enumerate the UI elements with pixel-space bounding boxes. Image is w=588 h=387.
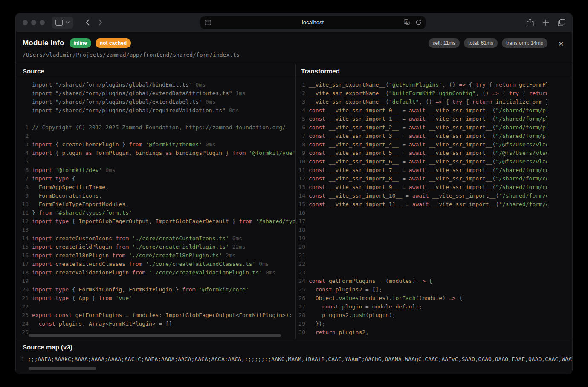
code-line: 3__vite_ssr_exportName__("default", () =…	[296, 98, 572, 106]
chevron-right-icon	[98, 19, 102, 26]
code-line: 9const __vite_ssr_import_5__ = await __v…	[296, 149, 572, 157]
forward-button[interactable]	[94, 17, 107, 29]
code-line: 8 FormAppSpecificTheme,	[16, 183, 295, 192]
code-line: 6import '@formkit/dev' 0ms	[16, 166, 295, 175]
address-bar[interactable]: localhost A	[200, 16, 426, 29]
sourcemap-title: Source map (v3)	[16, 343, 572, 355]
code-line: 14const __vite_ssr_import_10__ = await _…	[296, 192, 572, 200]
code-line: 2__vite_ssr_exportName__("buildFormKitPl…	[296, 89, 572, 98]
back-button[interactable]	[81, 17, 94, 29]
code-line: 9 FormDecoratorIcons,	[16, 192, 295, 200]
close-icon[interactable]: ×	[557, 39, 565, 48]
code-line: 19	[296, 234, 572, 243]
source-panel-title: Source	[16, 64, 295, 78]
code-line: 24const getFormPlugins = (modules) => {	[296, 277, 572, 285]
total-time-badge: total: 61ms	[464, 38, 498, 48]
code-line: 13	[16, 226, 295, 234]
code-line: 18import createValidationPlugin from './…	[16, 268, 295, 277]
code-panels: import "/shared/form/plugins/global/bind…	[16, 78, 572, 339]
module-info-header: Module Info inline not cached self: 11ms…	[16, 32, 572, 64]
code-line: 28 plugins2.push(plugin);	[296, 311, 572, 320]
code-line: 23	[296, 268, 572, 277]
inline-badge: inline	[70, 38, 91, 48]
transformed-code-panel[interactable]: 1__vite_ssr_exportName__("getFormPlugins…	[295, 78, 572, 339]
code-line: 16import createI18nPlugin from './core/c…	[16, 251, 295, 260]
window-controls	[23, 20, 45, 25]
svg-text:A: A	[405, 20, 407, 24]
code-line: 20	[296, 243, 572, 251]
code-line: 21	[296, 251, 572, 260]
code-line: 22	[296, 260, 572, 268]
chevron-down-icon	[66, 21, 70, 24]
code-line: 22	[16, 303, 295, 311]
zoom-window-button[interactable]	[40, 20, 45, 25]
code-line: 16	[296, 209, 572, 217]
code-line: 21import type { App } from 'vue'	[16, 294, 295, 303]
url-text: localhost	[200, 19, 426, 26]
code-line: 5	[16, 157, 295, 166]
code-line: import "/shared/form/plugins/global/exte…	[16, 89, 295, 98]
code-line: 7const __vite_ssr_import_3__ = await __v…	[296, 132, 572, 140]
code-line: 12import type { ImportGlobEagerOutput, I…	[16, 217, 295, 226]
chevron-left-icon	[86, 19, 90, 26]
close-window-button[interactable]	[23, 20, 28, 25]
source-horizontal-scrollbar[interactable]	[29, 334, 281, 337]
code-line: 29 });	[296, 320, 572, 328]
sidebar-icon	[55, 20, 63, 26]
tab-overview-icon[interactable]	[558, 19, 565, 26]
code-line: 10 FormFieldTypeImportModules,	[16, 200, 295, 209]
new-tab-icon[interactable]	[542, 19, 549, 26]
code-line: 12const __vite_ssr_import_8__ = await __…	[296, 175, 572, 183]
translate-icon[interactable]: A	[404, 19, 410, 26]
sourcemap-code: 1;;;AAEA;AAAkC;AAAA;AAAA;AAAA;AAClC;AAEA…	[16, 355, 572, 364]
code-line: import "/shared/form/plugins/global/exte…	[16, 98, 295, 106]
browser-window: localhost A	[15, 13, 573, 374]
code-line: 20import type { FormKitConfig, FormKitPl…	[16, 285, 295, 294]
sidebar-toggle-button[interactable]	[52, 17, 73, 29]
code-line: 30 return plugins2;	[296, 328, 572, 337]
module-path: /Users/vladimir/Projects/zammad/app/fron…	[23, 52, 565, 58]
code-line: 26 Object.values(modules).forEach((modul…	[296, 294, 572, 303]
code-line: 13const __vite_ssr_import_9__ = await __…	[296, 183, 572, 192]
self-time-badge: self: 11ms	[429, 38, 460, 48]
code-line: 7import type {	[16, 175, 295, 183]
sourcemap-section: Source map (v3) 1;;;AAEA;AAAkC;AAAA;AAAA…	[16, 339, 572, 374]
transformed-panel-title: Transformed	[295, 64, 572, 78]
minimize-window-button[interactable]	[31, 20, 36, 25]
browser-toolbar: localhost A	[16, 13, 572, 32]
not-cached-badge: not cached	[96, 38, 131, 48]
code-line: 4const __vite_ssr_import_0__ = await __v…	[296, 106, 572, 115]
code-line: 1__vite_ssr_exportName__("getFormPlugins…	[296, 81, 572, 89]
code-line: 19	[16, 277, 295, 285]
code-line: import "/shared/form/plugins/global/bind…	[16, 81, 295, 89]
source-code: import "/shared/form/plugins/global/bind…	[16, 81, 295, 337]
panel-headers: Source Transformed	[16, 64, 572, 78]
code-line: 2	[16, 132, 295, 140]
code-line: 24 const plugins: Array<FormKitPlugin> =…	[16, 320, 295, 328]
code-line: import "/shared/form/plugins/global/requ…	[16, 106, 295, 115]
code-line: 17import createTailwindClasses from './c…	[16, 260, 295, 268]
code-line: 18	[296, 226, 572, 234]
share-icon[interactable]	[527, 18, 534, 26]
page-title: Module Info	[23, 39, 64, 47]
address-bar-area: localhost A	[107, 16, 519, 29]
code-line: 27 const plugin = module.default;	[296, 303, 572, 311]
reload-icon[interactable]	[415, 19, 422, 26]
code-line: 1;;;AAEA;AAAkC;AAAA;AAAA;AAAA;AAClC;AAEA…	[16, 355, 572, 364]
toolbar-right-actions	[527, 18, 565, 26]
code-line: 15const __vite_ssr_import_11__ = await _…	[296, 200, 572, 209]
code-line: 14import createCustomIcons from './core/…	[16, 234, 295, 243]
code-line: 23export const getFormPlugins = (modules…	[16, 311, 295, 320]
sourcemap-horizontal-scrollbar[interactable]	[29, 367, 96, 370]
code-line: 6const __vite_ssr_import_2__ = await __v…	[296, 123, 572, 132]
code-line: 4import { plugin as formPlugin, bindings…	[16, 149, 295, 157]
code-line: 1// Copyright (C) 2012-2025 Zammad Found…	[16, 123, 295, 132]
source-code-panel[interactable]: import "/shared/form/plugins/global/bind…	[16, 78, 295, 339]
transformed-code: 1__vite_ssr_exportName__("getFormPlugins…	[296, 81, 572, 337]
code-line: 11const __vite_ssr_import_7__ = await __…	[296, 166, 572, 175]
code-line: 10const __vite_ssr_import_6__ = await __…	[296, 157, 572, 166]
transform-time-badge: transform: 14ms	[502, 38, 547, 48]
desktop-background: localhost A	[0, 0, 588, 387]
code-line: 15import createFieldPlugin from './core/…	[16, 243, 295, 251]
module-inspect-page: Module Info inline not cached self: 11ms…	[16, 32, 572, 374]
